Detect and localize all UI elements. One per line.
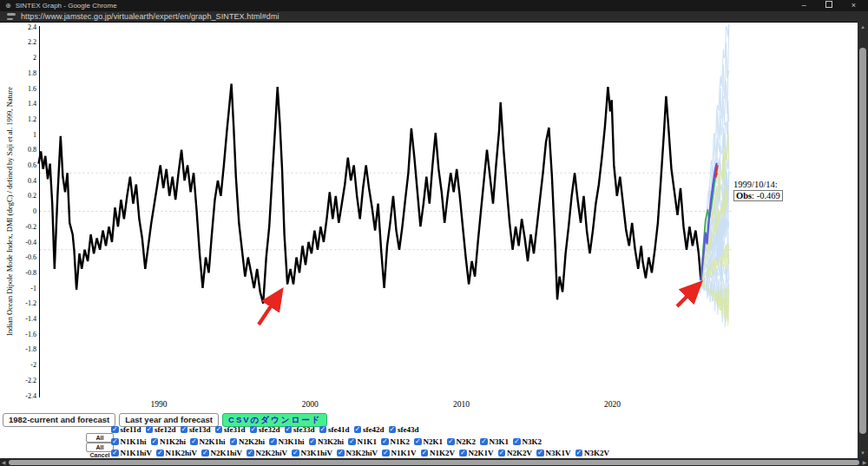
checkbox-sfe31d[interactable]: ✓sfe31d [215,425,246,434]
checkbox-row-nkv: ✓N1K1hiV✓N1K2hiV✓N2K1hiV✓N2K2hiV✓N3K1hiV… [111,448,609,458]
checkbox-label: N1K2 [391,437,411,446]
checkbox-label: N1K2hi [160,437,186,446]
checkbox-checked-icon[interactable]: ✓ [111,426,119,434]
checkbox-checked-icon[interactable]: ✓ [111,438,119,446]
checkbox-checked-icon[interactable]: ✓ [575,450,583,457]
y-axis-title: Indian Ocean Dipole Mode Index, DMI (deg… [5,87,14,336]
checkbox-sfe41d[interactable]: ✓sfe41d [319,425,350,434]
checkbox-N2K2hi[interactable]: ✓N2K2hi [230,437,266,446]
checkbox-checked-icon[interactable]: ✓ [319,426,327,434]
checkbox-checked-icon[interactable]: ✓ [414,438,422,446]
checkbox-label: sfe11d [121,425,141,434]
checkbox-N2K2V[interactable]: ✓N2K2V [498,449,533,457]
dmi-chart-canvas[interactable]: 2.42.221.81.61.41.210.80.60.40.20-0.2-0.… [0,0,868,466]
checkbox-N2K1hiV[interactable]: ✓N2K1hiV [201,449,242,457]
range-1982-current-button[interactable]: 1982-current and forecast [3,413,115,427]
checkbox-checked-icon[interactable]: ✓ [285,426,293,434]
horizontal-scrollbar[interactable]: ◀ ▶ [0,458,868,466]
checkbox-checked-icon[interactable]: ✓ [190,438,198,446]
checkbox-N1K2V[interactable]: ✓N1K2V [421,449,456,457]
checkbox-checked-icon[interactable]: ✓ [421,450,429,457]
checkbox-N3K1V[interactable]: ✓N3K1V [536,449,571,457]
checkbox-checked-icon[interactable]: ✓ [348,438,356,446]
checkbox-checked-icon[interactable]: ✓ [354,426,362,434]
checkbox-N1K1hiV[interactable]: ✓N1K1hiV [111,449,152,457]
all-cancel-button[interactable]: All Cancel [86,443,114,452]
checkbox-checked-icon[interactable]: ✓ [337,450,345,457]
checkbox-sfe32d[interactable]: ✓sfe32d [250,425,280,434]
scroll-right-icon[interactable]: ▶ [861,459,868,465]
checkbox-N1K1V[interactable]: ✓N1K1V [382,449,417,457]
checkbox-checked-icon[interactable]: ✓ [269,438,277,446]
checkbox-checked-icon[interactable]: ✓ [230,438,238,446]
y-tick-label: -1.4 [25,315,36,323]
all-select-button[interactable]: All Select [86,433,114,443]
checkbox-checked-icon[interactable]: ✓ [309,438,317,446]
checkbox-N2K2[interactable]: ✓N2K2 [447,437,476,446]
checkbox-N3K2[interactable]: ✓N3K2 [513,437,542,446]
checkbox-checked-icon[interactable]: ✓ [250,426,258,434]
checkbox-checked-icon[interactable]: ✓ [459,450,467,457]
y-tick-label: 0.6 [28,161,36,169]
scroll-left-icon[interactable]: ◀ [0,459,7,465]
checkbox-checked-icon[interactable]: ✓ [215,426,223,434]
checkbox-N1K1[interactable]: ✓N1K1 [348,437,377,446]
checkbox-sfe11d[interactable]: ✓sfe11d [111,425,141,434]
red-arrow-annotation [677,286,698,306]
checkbox-checked-icon[interactable]: ✓ [536,450,544,457]
scroll-up-icon[interactable]: ▲ [858,22,868,32]
checkbox-checked-icon[interactable]: ✓ [111,450,119,457]
checkbox-checked-icon[interactable]: ✓ [247,450,254,457]
y-tick-label: -1 [30,285,36,292]
checkbox-checked-icon[interactable]: ✓ [513,438,521,446]
checkbox-checked-icon[interactable]: ✓ [382,450,390,457]
vertical-scroll-thumb[interactable] [859,48,866,434]
checkbox-label: sfe33d [293,425,315,434]
checkbox-N1K2hi[interactable]: ✓N1K2hi [151,437,187,446]
checkbox-sfe43d[interactable]: ✓sfe43d [389,425,419,434]
scroll-down-icon[interactable]: ▼ [858,448,868,458]
checkbox-N2K1V[interactable]: ✓N2K1V [459,449,494,457]
checkbox-label: N3K2hiV [346,449,378,457]
checkbox-N2K1[interactable]: ✓N2K1 [414,437,443,446]
checkbox-label: N1K2hiV [166,449,198,457]
tooltip-value: Obs: -0.469 [733,190,783,201]
checkbox-N1K2hiV[interactable]: ✓N1K2hiV [156,449,197,457]
checkbox-N1K2[interactable]: ✓N1K2 [381,437,410,446]
checkbox-sfe12d[interactable]: ✓sfe12d [146,425,176,434]
checkbox-label: N3K1hi [279,437,305,446]
checkbox-checked-icon[interactable]: ✓ [447,438,455,446]
checkbox-N2K1hi[interactable]: ✓N2K1hi [190,437,226,446]
checkbox-label: N2K2V [507,449,532,457]
checkbox-N3K2hiV[interactable]: ✓N3K2hiV [337,449,378,457]
checkbox-label: sfe43d [398,425,419,434]
checkbox-checked-icon[interactable]: ✓ [292,450,299,457]
checkbox-N1K1hi[interactable]: ✓N1K1hi [111,437,147,446]
checkbox-N3K1[interactable]: ✓N3K1 [480,437,509,446]
checkbox-sfe33d[interactable]: ✓sfe33d [285,425,315,434]
checkbox-checked-icon[interactable]: ✓ [181,426,188,434]
checkbox-checked-icon[interactable]: ✓ [381,438,389,446]
checkbox-checked-icon[interactable]: ✓ [151,438,159,446]
checkbox-checked-icon[interactable]: ✓ [156,450,164,457]
chart-tooltip: 1999/10/14: Obs: -0.469 [733,180,783,201]
checkbox-N3K1hi[interactable]: ✓N3K1hi [269,437,305,446]
checkbox-checked-icon[interactable]: ✓ [498,450,506,457]
checkbox-sfe42d[interactable]: ✓sfe42d [354,425,385,434]
checkbox-N2K2hiV[interactable]: ✓N2K2hiV [247,449,287,457]
horizontal-scroll-thumb[interactable] [9,460,859,465]
checkbox-sfe13d[interactable]: ✓sfe13d [181,425,211,434]
checkbox-label: N1K1hi [121,437,147,446]
checkbox-N3K2hi[interactable]: ✓N3K2hi [309,437,345,446]
checkbox-checked-icon[interactable]: ✓ [201,450,209,457]
vertical-scrollbar[interactable]: ▲ ▼ [858,22,868,458]
checkbox-N3K2V[interactable]: ✓N3K2V [575,449,610,457]
obs-dmi-line [39,84,701,304]
checkbox-N3K1hiV[interactable]: ✓N3K1hiV [292,449,332,457]
x-tick-label: 2000 [302,400,319,409]
checkbox-checked-icon[interactable]: ✓ [146,426,154,434]
checkbox-label: N1K2V [430,449,455,457]
checkbox-label: sfe32d [259,425,280,434]
checkbox-checked-icon[interactable]: ✓ [389,426,397,434]
checkbox-checked-icon[interactable]: ✓ [480,438,488,446]
